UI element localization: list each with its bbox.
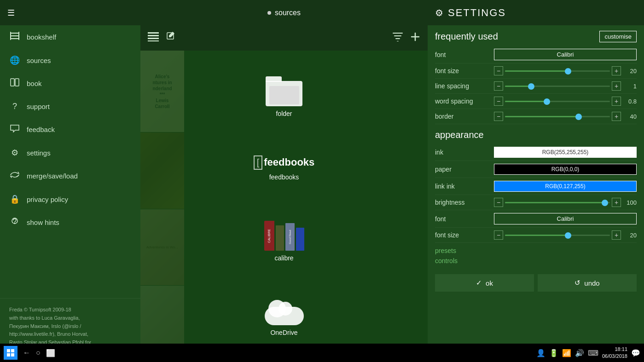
settings-actions: ✓ ok ↺ undo [435, 269, 637, 293]
line-spacing-decrease[interactable]: − [494, 81, 503, 91]
volume-icon: 🔊 [575, 349, 584, 357]
ink-color-button[interactable]: RGB(255,255,255) [494, 147, 637, 158]
undo-button[interactable]: ↺ undo [538, 274, 637, 292]
sidebar-nav: bookshelf 🌐 sources book ? support [0, 25, 140, 298]
toolbar-left [148, 32, 176, 44]
search-button[interactable]: ○ [36, 349, 41, 357]
word-spacing-track[interactable] [505, 101, 610, 102]
content-area: sources [140, 0, 428, 362]
frequently-used-section-header: frequently used customise [435, 25, 637, 46]
customise-button[interactable]: customise [599, 31, 637, 42]
font-size-increase-frequent[interactable]: + [612, 66, 621, 75]
task-view-button[interactable]: ⬜ [46, 349, 55, 357]
font-label-frequent: font [435, 51, 490, 58]
border-row: border − + 40 [435, 109, 637, 124]
privacy-icon: 🔒 [9, 194, 20, 204]
link-ink-color-button[interactable]: RGB(0,127,255) [494, 181, 637, 192]
sources-bar-label: sources [275, 9, 301, 17]
border-label: border [435, 113, 490, 120]
font-select-frequent[interactable]: Calibri [494, 49, 637, 60]
line-spacing-label: line spacing [435, 82, 490, 90]
brightness-decrease[interactable]: − [494, 198, 503, 207]
font-select-appearance[interactable]: Calibri [494, 213, 637, 224]
svg-rect-6 [15, 79, 19, 86]
content-toolbar [140, 25, 428, 51]
line-spacing-row: line spacing − + 1 [435, 79, 637, 94]
folder-label: folder [276, 110, 292, 117]
ok-label: ok [486, 279, 493, 287]
sidebar-item-bookshelf[interactable]: bookshelf [0, 25, 140, 49]
font-size-row-frequent: font size − + 20 [435, 63, 637, 79]
font-size-thumb-appearance [565, 232, 571, 239]
add-button[interactable] [410, 32, 420, 44]
controls-link[interactable]: controls [435, 255, 458, 266]
border-fill [505, 116, 579, 117]
sidebar-item-book[interactable]: book [0, 72, 140, 95]
source-item-feedbooks[interactable]: [ feedbooks feedbooks [254, 155, 315, 181]
support-icon: ? [9, 102, 20, 111]
frequently-used-title: frequently used [435, 31, 498, 42]
bookshelf-icon [9, 32, 20, 42]
sidebar-item-sources[interactable]: 🌐 sources [0, 49, 140, 72]
feedbooks-label: feedbooks [269, 173, 299, 181]
border-increase[interactable]: + [612, 112, 621, 121]
wifi-icon: 📶 [562, 349, 571, 357]
svg-rect-2 [10, 38, 19, 39]
source-picker: folder [ feedbooks feedbooks CALIBRE [140, 51, 428, 362]
sidebar-item-hints[interactable]: show hints [0, 211, 140, 234]
line-spacing-increase[interactable]: + [612, 81, 621, 91]
border-track[interactable] [505, 116, 610, 117]
font-size-decrease-frequent[interactable]: − [494, 66, 503, 75]
font-size-track-frequent[interactable] [505, 70, 610, 72]
sidebar-item-merge[interactable]: merge/save/load [0, 164, 140, 188]
presets-row: presets [435, 243, 637, 256]
back-button[interactable]: ← [23, 349, 30, 357]
sidebar-item-support[interactable]: ? support [0, 95, 140, 118]
sidebar-item-privacy[interactable]: 🔒 privacy policy [0, 188, 140, 211]
paper-color-button[interactable]: RGB(0,0,0) [494, 164, 637, 175]
sidebar-header: ☰ [0, 0, 140, 25]
svg-rect-15 [7, 353, 10, 356]
keyboard-icon: ⌨ [588, 349, 598, 357]
word-spacing-slider: − + 0.8 [494, 97, 637, 106]
edit-button[interactable] [166, 32, 176, 44]
source-item-folder[interactable]: folder [266, 76, 302, 117]
settings-panel: ⚙ SETTINGS frequently used customise fon… [428, 0, 644, 362]
sidebar-item-feedback[interactable]: feedback [0, 118, 140, 141]
ok-icon: ✓ [476, 279, 482, 287]
start-button[interactable] [4, 346, 17, 360]
word-spacing-row: word spacing − + 0.8 [435, 94, 637, 109]
word-spacing-decrease[interactable]: − [494, 97, 503, 106]
font-size-control-appearance: − + 20 [494, 230, 637, 240]
line-spacing-track[interactable] [505, 86, 610, 87]
source-item-calibre[interactable]: CALIBRE Good Read calibre [264, 218, 304, 262]
brightness-increase[interactable]: + [612, 198, 621, 207]
list-view-button[interactable] [148, 32, 159, 44]
taskbar-right: 👤 🔋 📶 🔊 ⌨ 18:11 06/03/2018 💬 [536, 346, 640, 360]
svg-rect-11 [148, 40, 159, 41]
presets-link[interactable]: presets [435, 245, 456, 256]
paper-row: paper RGB(0,0,0) [435, 161, 637, 178]
border-decrease[interactable]: − [494, 112, 503, 121]
brightness-control: − + 100 [494, 198, 637, 207]
line-spacing-thumb [528, 83, 534, 90]
folder-icon [266, 76, 302, 106]
word-spacing-increase[interactable]: + [612, 97, 621, 106]
svg-rect-3 [10, 32, 11, 40]
notification-icon[interactable]: 💬 [631, 349, 640, 357]
font-size-track-appearance[interactable] [505, 235, 610, 236]
sidebar-item-settings[interactable]: ⚙ settings [0, 141, 140, 164]
font-size-decrease-appearance[interactable]: − [494, 230, 503, 240]
filter-button[interactable] [393, 32, 403, 44]
settings-body: frequently used customise font Calibri f… [428, 25, 644, 301]
book-label: book [27, 80, 42, 87]
font-size-increase-appearance[interactable]: + [612, 230, 621, 240]
line-spacing-control: − + 1 [494, 81, 637, 91]
svg-rect-5 [11, 79, 14, 86]
undo-label: undo [584, 279, 599, 287]
svg-rect-14 [11, 349, 14, 352]
ok-button[interactable]: ✓ ok [435, 274, 534, 292]
brightness-track[interactable] [505, 202, 610, 203]
source-item-onedrive[interactable]: OneDrive [265, 300, 304, 336]
hamburger-menu-icon[interactable]: ☰ [7, 8, 15, 18]
